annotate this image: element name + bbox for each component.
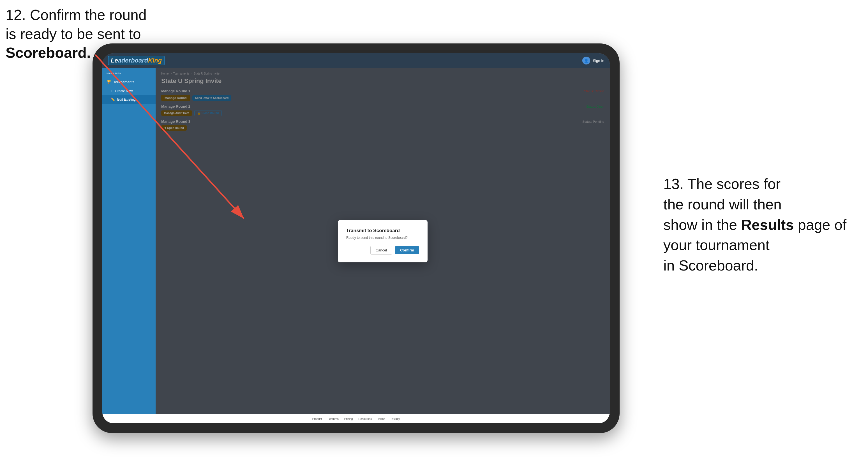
content-area: Home > Tournaments > State U Spring Invi…: [156, 68, 610, 414]
app-container: LeaderboardKing 👤 Sign In MAIN MENU 🏆 To: [102, 53, 610, 423]
main-menu-label: MAIN MENU: [102, 72, 156, 77]
annotation-step13-line2: the round will then: [663, 196, 782, 213]
modal-cancel-button[interactable]: Cancel: [370, 246, 392, 254]
sidebar: MAIN MENU 🏆 Tournaments + Create New ✏️ …: [102, 68, 156, 414]
annotation-step12-line2: is ready to be sent to: [6, 26, 141, 42]
annotation-step12: 12. Confirm the round is ready to be sen…: [6, 6, 147, 63]
modal-box: Transmit to Scoreboard Ready to send thi…: [338, 220, 428, 262]
annotation-step13: 13. The scores for the round will then s…: [663, 174, 860, 276]
modal-title: Transmit to Scoreboard: [346, 228, 419, 234]
annotation-step13-line3: show in the: [663, 217, 737, 233]
trophy-icon: 🏆: [106, 80, 111, 84]
footer-link-pricing[interactable]: Pricing: [344, 417, 353, 421]
sidebar-item-edit-existing[interactable]: ✏️ Edit Existing: [102, 95, 156, 104]
top-nav-right: 👤 Sign In: [582, 57, 604, 64]
user-avatar-icon: 👤: [582, 57, 590, 64]
sign-in-button[interactable]: Sign In: [593, 59, 604, 63]
tablet-device: LeaderboardKing 👤 Sign In MAIN MENU 🏆 To: [93, 43, 620, 433]
modal-actions: Cancel Confirm: [346, 246, 419, 254]
modal-overlay: Transmit to Scoreboard Ready to send thi…: [156, 68, 610, 414]
annotation-step13-line5: your tournament: [663, 237, 770, 253]
annotation-step13-line6: in Scoreboard.: [663, 257, 758, 274]
sidebar-item-tournaments[interactable]: 🏆 Tournaments: [102, 77, 156, 87]
top-nav: LeaderboardKing 👤 Sign In: [102, 53, 610, 68]
footer-link-privacy[interactable]: Privacy: [391, 417, 400, 421]
annotation-step12-bold: Scoreboard.: [6, 44, 91, 61]
modal-subtitle: Ready to send this round to Scoreboard?: [346, 236, 419, 240]
app-footer: Product Features Pricing Resources Terms…: [102, 414, 610, 423]
sidebar-tournaments-label: Tournaments: [113, 80, 134, 84]
sidebar-create-new-label: Create New: [115, 89, 133, 93]
plus-icon: +: [111, 89, 113, 93]
sidebar-edit-existing-label: Edit Existing: [117, 98, 136, 101]
footer-link-features[interactable]: Features: [328, 417, 338, 421]
footer-link-product[interactable]: Product: [312, 417, 322, 421]
modal-confirm-button[interactable]: Confirm: [395, 246, 419, 254]
tablet-screen: LeaderboardKing 👤 Sign In MAIN MENU 🏆 To: [102, 53, 610, 423]
sidebar-item-create-new[interactable]: + Create New: [102, 87, 156, 95]
footer-link-terms[interactable]: Terms: [377, 417, 385, 421]
annotation-step13-line4: page of: [798, 217, 847, 233]
edit-icon: ✏️: [111, 98, 115, 101]
annotation-step12-line1: 12. Confirm the round: [6, 7, 147, 23]
annotation-step13-bold: Results: [741, 217, 794, 233]
main-layout: MAIN MENU 🏆 Tournaments + Create New ✏️ …: [102, 68, 610, 414]
annotation-step13-line1: 13. The scores for: [663, 176, 780, 192]
footer-link-resources[interactable]: Resources: [358, 417, 372, 421]
